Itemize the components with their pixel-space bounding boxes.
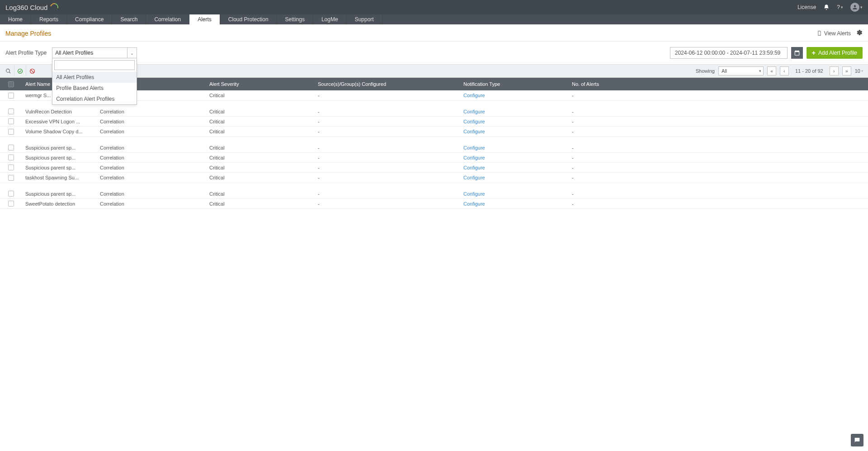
cell-source: - bbox=[314, 155, 460, 160]
tab-logme[interactable]: LogMe bbox=[313, 14, 347, 24]
cell-source: - bbox=[314, 201, 460, 207]
row-checkbox[interactable] bbox=[8, 155, 14, 160]
profile-type-panel: All Alert ProfilesProfile Based AlertsCo… bbox=[52, 58, 137, 105]
date-range-display[interactable]: 2024-06-12 00:00:00 - 2024-07-11 23:59:5… bbox=[670, 47, 788, 59]
col-notification[interactable]: Notification Type bbox=[460, 81, 568, 87]
row-checkbox[interactable] bbox=[8, 145, 14, 150]
brand-text: Log360 Cloud bbox=[5, 4, 47, 11]
profile-type-option[interactable]: Profile Based Alerts bbox=[52, 83, 137, 94]
page-title: Manage Profiles bbox=[5, 30, 51, 37]
pager-last-button[interactable]: » bbox=[842, 66, 851, 75]
tab-alerts[interactable]: Alerts bbox=[189, 14, 220, 24]
showing-value: All bbox=[722, 68, 727, 74]
tab-cloud-protection[interactable]: Cloud Protection bbox=[220, 14, 277, 24]
settings-gear-icon[interactable] bbox=[855, 29, 863, 38]
profile-type-search-input[interactable] bbox=[54, 60, 135, 70]
cell-severity: Critical bbox=[206, 165, 314, 170]
row-checkbox[interactable] bbox=[8, 118, 14, 124]
add-alert-profile-button[interactable]: + Add Alert Profile bbox=[807, 47, 863, 59]
configure-link[interactable]: Configure bbox=[463, 201, 485, 207]
add-alert-label: Add Alert Profile bbox=[818, 50, 857, 56]
row-checkbox[interactable] bbox=[8, 108, 14, 114]
profile-type-toggle[interactable]: All Alert Profiles ⌄ bbox=[52, 47, 137, 58]
tab-correlation[interactable]: Correlation bbox=[146, 14, 189, 24]
user-menu[interactable]: ▾ bbox=[850, 3, 863, 12]
main-tabs: HomeReportsComplianceSearchCorrelationAl… bbox=[0, 14, 868, 24]
pager-first-button[interactable]: « bbox=[767, 66, 776, 75]
cell-category: Correlation bbox=[96, 145, 206, 150]
row-checkbox[interactable] bbox=[8, 93, 14, 99]
configure-link[interactable]: Configure bbox=[463, 129, 485, 134]
table-row: Suspicious parent sp...CorrelationCritic… bbox=[0, 189, 868, 199]
cell-name: VulnRecon Detection bbox=[22, 109, 96, 114]
pager-prev-button[interactable]: ‹ bbox=[780, 66, 789, 75]
profile-type-search-wrap bbox=[54, 60, 135, 70]
showing-label: Showing bbox=[696, 68, 715, 74]
tab-search[interactable]: Search bbox=[112, 14, 146, 24]
table-row: Suspicious parent sp...CorrelationCritic… bbox=[0, 143, 868, 153]
cell-count: - bbox=[568, 119, 868, 124]
tab-settings[interactable]: Settings bbox=[277, 14, 313, 24]
disable-icon[interactable] bbox=[26, 66, 38, 76]
notifications-icon[interactable] bbox=[823, 4, 830, 10]
cell-severity: Critical bbox=[206, 119, 314, 124]
license-link[interactable]: License bbox=[797, 4, 816, 10]
profile-type-dropdown[interactable]: All Alert Profiles ⌄ All Alert ProfilesP… bbox=[52, 47, 137, 58]
brand-logo-icon bbox=[49, 2, 60, 13]
cell-source: - bbox=[314, 119, 460, 124]
row-checkbox[interactable] bbox=[8, 191, 14, 197]
tab-reports[interactable]: Reports bbox=[31, 14, 67, 24]
configure-link[interactable]: Configure bbox=[463, 165, 485, 170]
cell-count: - bbox=[568, 155, 868, 160]
cell-notification: Configure bbox=[460, 119, 568, 124]
cell-category: Correlation bbox=[96, 165, 206, 170]
configure-link[interactable]: Configure bbox=[463, 109, 485, 114]
page-title-row: Manage Profiles View Alerts bbox=[0, 24, 868, 42]
calendar-button[interactable] bbox=[791, 47, 803, 59]
document-icon bbox=[816, 30, 822, 36]
tab-home[interactable]: Home bbox=[0, 14, 31, 24]
filter-row: Alert Profile Type All Alert Profiles ⌄ … bbox=[0, 42, 868, 64]
help-menu[interactable]: ?▾ bbox=[837, 4, 843, 10]
cell-notification: Configure bbox=[460, 191, 568, 197]
tab-compliance[interactable]: Compliance bbox=[67, 14, 112, 24]
cell-severity: Critical bbox=[206, 109, 314, 114]
view-alerts-link[interactable]: View Alerts bbox=[816, 30, 851, 37]
configure-link[interactable]: Configure bbox=[463, 93, 485, 98]
cell-count: - bbox=[568, 165, 868, 170]
profile-type-label: Alert Profile Type bbox=[5, 50, 47, 56]
cell-severity: Critical bbox=[206, 191, 314, 197]
configure-link[interactable]: Configure bbox=[463, 191, 485, 197]
enable-icon[interactable] bbox=[14, 66, 26, 76]
tab-support[interactable]: Support bbox=[347, 14, 382, 24]
configure-link[interactable]: Configure bbox=[463, 175, 485, 180]
profile-type-option[interactable]: Correlation Alert Profiles bbox=[52, 94, 137, 104]
app-header: Log360 Cloud License ?▾ ▾ bbox=[0, 0, 868, 14]
row-checkbox[interactable] bbox=[8, 129, 14, 135]
configure-link[interactable]: Configure bbox=[463, 155, 485, 160]
pager-next-button[interactable]: › bbox=[830, 66, 839, 75]
row-checkbox[interactable] bbox=[8, 164, 14, 170]
table-row: Excessive VPN Logon ...CorrelationCritic… bbox=[0, 117, 868, 127]
cell-name: Suspicious parent sp... bbox=[22, 165, 96, 170]
search-icon[interactable] bbox=[3, 66, 14, 76]
col-severity[interactable]: Alert Severity bbox=[206, 81, 314, 87]
cell-notification: Configure bbox=[460, 155, 568, 160]
select-all-checkbox[interactable] bbox=[8, 81, 14, 87]
cell-source: - bbox=[314, 165, 460, 170]
rows-per-page-select[interactable]: 10 ▾ bbox=[855, 68, 863, 74]
row-checkbox[interactable] bbox=[8, 201, 14, 207]
cell-count: - bbox=[568, 145, 868, 150]
profile-type-option[interactable]: All Alert Profiles bbox=[52, 72, 137, 83]
row-checkbox[interactable] bbox=[8, 175, 14, 181]
cell-name: Suspicious parent sp... bbox=[22, 191, 96, 197]
cell-name: Suspicious parent sp... bbox=[22, 155, 96, 160]
view-alerts-label: View Alerts bbox=[824, 30, 851, 37]
configure-link[interactable]: Configure bbox=[463, 119, 485, 124]
showing-filter-select[interactable]: All ▾ bbox=[718, 66, 764, 75]
cell-category: Correlation bbox=[96, 175, 206, 180]
col-no-alerts[interactable]: No. of Alerts bbox=[568, 81, 868, 87]
col-source[interactable]: Source(s)/Group(s) Configured bbox=[314, 81, 460, 87]
cell-source: - bbox=[314, 175, 460, 180]
configure-link[interactable]: Configure bbox=[463, 145, 485, 150]
